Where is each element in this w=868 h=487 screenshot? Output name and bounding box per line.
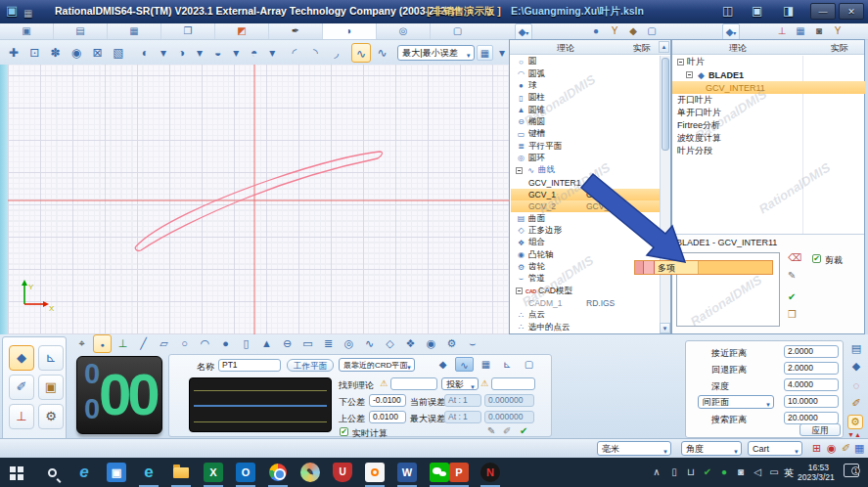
tree-item-circle[interactable]: ○圆 xyxy=(511,56,660,67)
axis-view-icon[interactable]: ⊥ xyxy=(773,23,791,38)
collapse-icon[interactable] xyxy=(516,288,523,294)
clearance-plane-dropdown[interactable]: 间距面 xyxy=(698,395,774,409)
tray-notifications-icon[interactable]: 1 xyxy=(844,464,859,477)
delete-segment-icon[interactable]: ⌫ xyxy=(788,252,801,263)
edit-result-icon[interactable]: ✎ xyxy=(487,425,495,436)
tab-curves[interactable]: ◗ xyxy=(323,23,377,39)
tab-angle-icon[interactable]: ⊾ xyxy=(498,357,517,372)
grid-display-icon[interactable]: ▦ xyxy=(854,442,864,455)
sphere-feature-icon[interactable]: ● xyxy=(216,334,235,353)
tab-probe-icon[interactable]: ◆ xyxy=(434,357,452,372)
eye-icon[interactable]: ◉ xyxy=(67,43,85,63)
monitor-view-icon[interactable]: ▢ xyxy=(643,23,661,38)
pen-probe-icon[interactable]: ✐ xyxy=(842,442,850,455)
tree-item-waviness-calc[interactable]: 波纹度计算 xyxy=(672,132,802,145)
tree-item-gcv-inter1[interactable]: GCV_INTER1 xyxy=(511,176,660,188)
chevron-down-icon[interactable]: ▾ xyxy=(193,43,206,63)
pipe-feature-icon[interactable]: ⌣ xyxy=(463,334,481,353)
tab-capture[interactable]: ▢ xyxy=(431,23,484,39)
chevron-down-icon[interactable]: ▾ xyxy=(495,43,509,63)
profile-2-icon[interactable]: ◝ xyxy=(305,43,324,63)
view-top-icon[interactable]: ◒ xyxy=(208,43,227,63)
tray-capture-icon[interactable]: ◙ xyxy=(734,461,748,484)
feature-name-input[interactable]: PT1 xyxy=(218,359,281,372)
ellipse-feature-icon[interactable]: ⊖ xyxy=(278,334,297,353)
taskbar-design-app-icon[interactable]: ✎ xyxy=(297,461,324,484)
taskbar-search-button[interactable] xyxy=(38,461,66,484)
torus-feature-icon[interactable]: ◎ xyxy=(340,334,358,353)
collapse-icon[interactable] xyxy=(677,59,684,66)
connection-icon[interactable]: ◨ xyxy=(783,4,794,18)
path-icon[interactable]: ⊞ xyxy=(812,442,821,455)
image-icon[interactable]: ▧ xyxy=(109,43,127,63)
point-feature-icon[interactable]: ● xyxy=(93,334,112,353)
window-layout-icon[interactable]: ▣ xyxy=(752,4,762,18)
confirm-result-icon[interactable]: ✔ xyxy=(520,425,527,436)
taskbar-internet-explorer-icon[interactable]: e xyxy=(70,461,98,484)
projection-dropdown[interactable]: 投影 xyxy=(441,377,479,390)
magnify-icon[interactable]: ◌ xyxy=(848,379,864,391)
chevron-down-icon[interactable]: ▾ xyxy=(229,43,243,63)
graphics-canvas[interactable]: Y X xyxy=(8,65,509,334)
probe-edit-icon[interactable]: ✐ xyxy=(848,397,864,410)
circle-feature-icon[interactable]: ○ xyxy=(175,334,194,353)
strip-pager[interactable]: ▼▲ xyxy=(847,431,861,438)
tab-document[interactable]: ▤ xyxy=(54,23,108,39)
tab-monitor-icon[interactable]: ▢ xyxy=(520,357,538,372)
angle-dropdown[interactable]: 角度 xyxy=(681,441,742,456)
tray-display-icon[interactable]: ▭ xyxy=(767,461,781,484)
taskbar-chrome-icon[interactable] xyxy=(264,461,292,484)
scrollbar-thumb[interactable] xyxy=(662,58,669,151)
measure-mode-icon[interactable]: ⌖ xyxy=(72,334,91,353)
apply-button[interactable]: 应用 xyxy=(799,423,841,436)
coord-system-dropdown[interactable]: Cart xyxy=(748,441,802,456)
segment-cell[interactable] xyxy=(635,261,644,274)
arc-feature-icon[interactable]: ◠ xyxy=(196,334,214,353)
tree-item-single-open-blade[interactable]: 单开口叶片 xyxy=(672,107,802,119)
parallel-planes-feature-icon[interactable]: ≣ xyxy=(319,334,338,353)
curve-compare-icon[interactable]: ∿ xyxy=(373,43,391,63)
probe-view-icon[interactable]: ◆ xyxy=(848,360,864,373)
tray-language-indicator[interactable]: 英 xyxy=(784,466,794,480)
taskbar-edge-icon[interactable]: e xyxy=(135,461,162,484)
depth-input[interactable]: 4.0000 xyxy=(784,378,839,391)
segment-cell[interactable] xyxy=(644,261,655,274)
polygon-feature-icon[interactable]: ◇ xyxy=(381,334,399,353)
tab-graph-icon[interactable]: ∿ xyxy=(455,357,474,372)
tab-probe[interactable]: ✒ xyxy=(269,23,323,39)
probe-y-icon[interactable]: Y xyxy=(606,23,623,38)
upper-tolerance-input[interactable]: 0.0100 xyxy=(369,411,406,423)
tree-item-open-blade[interactable]: 开口叶片 xyxy=(672,94,802,107)
lower-tolerance-input[interactable]: -0.0100 xyxy=(369,394,406,407)
tray-clock[interactable]: 16:53 2023/3/21 xyxy=(798,463,829,482)
tab-table[interactable]: ▦ xyxy=(108,23,161,39)
edit-segment-icon[interactable]: ✎ xyxy=(788,270,796,281)
taskbar-rational-app-icon[interactable]: ▣ xyxy=(103,461,130,484)
tab-machine[interactable]: ▣ xyxy=(0,23,54,39)
tree-item-point-cloud[interactable]: ∴点云 xyxy=(511,309,660,321)
tree-item-cylinder[interactable]: ▯圆柱 xyxy=(511,92,660,104)
profile-1-icon[interactable]: ◜ xyxy=(285,43,303,63)
taskbar-outlook-icon[interactable]: O xyxy=(232,461,259,484)
sphere-view-icon[interactable]: ● xyxy=(587,23,605,38)
tree-item-parallel-planes[interactable]: ≣平行平面 xyxy=(511,140,660,152)
retract-distance-input[interactable]: 2.0000 xyxy=(784,362,839,375)
caliper-icon[interactable]: ⊾ xyxy=(38,345,64,371)
tree-item-polygon[interactable]: ◇正多边形 xyxy=(511,225,660,237)
probe-icon[interactable]: ✐ xyxy=(9,375,34,400)
combination-feature-icon[interactable]: ❖ xyxy=(401,334,420,353)
projection-input[interactable] xyxy=(491,377,535,390)
plane-feature-icon[interactable]: ▱ xyxy=(155,334,173,353)
cylinder-feature-icon[interactable]: ▯ xyxy=(237,334,255,353)
tree-item-cad-model[interactable]: CADCAD模型 xyxy=(511,286,660,297)
scroll-up-button[interactable]: ▲ xyxy=(659,41,669,53)
tree-item-cone[interactable]: ▲圆锥 xyxy=(511,104,660,115)
curve-edit-icon[interactable]: ∿ xyxy=(351,43,371,63)
curve-feature-icon[interactable]: ∿ xyxy=(360,334,379,353)
tree-item-gcv-1[interactable]: GCV_1GCV_1 xyxy=(511,189,660,200)
realtime-calc-checkbox[interactable] xyxy=(340,427,348,436)
tree-item-blade-sections[interactable]: 叶片分段 xyxy=(672,145,802,157)
pan-icon[interactable]: ✚ xyxy=(4,43,23,63)
profile-3-icon[interactable]: ◞ xyxy=(327,43,345,63)
probe-y-icon[interactable]: Y xyxy=(829,23,846,38)
